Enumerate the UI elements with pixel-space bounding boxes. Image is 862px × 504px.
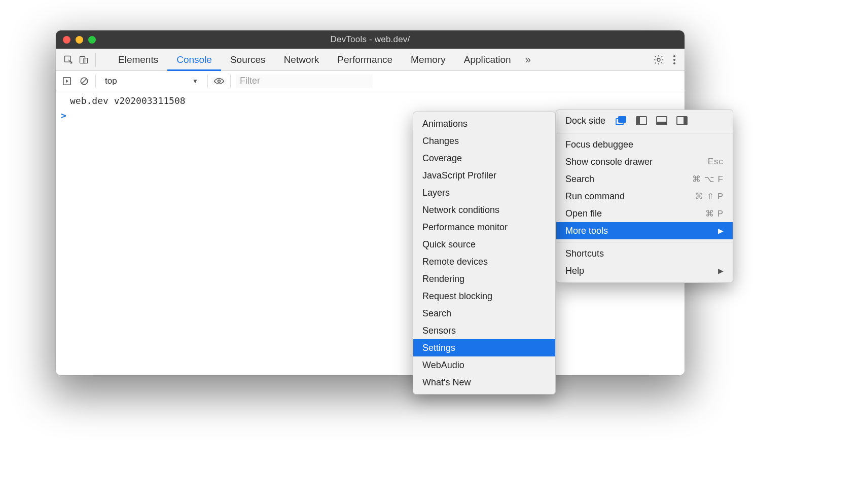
dock-bottom-icon[interactable]	[655, 115, 668, 126]
menu-separator	[556, 133, 733, 133]
dock-side-row: Dock side	[556, 113, 733, 130]
separator	[230, 75, 231, 88]
main-toolbar: Elements Console Sources Network Perform…	[56, 49, 685, 71]
submenu-search[interactable]: Search	[413, 305, 555, 322]
tab-memory[interactable]: Memory	[402, 49, 455, 70]
dock-right-icon[interactable]	[675, 115, 689, 126]
submenu-webaudio[interactable]: WebAudio	[413, 356, 555, 374]
separator	[95, 53, 96, 67]
submenu-arrow-icon: ▶	[718, 227, 724, 235]
submenu-animations[interactable]: Animations	[413, 115, 555, 132]
submenu-remote-devices[interactable]: Remote devices	[413, 253, 555, 270]
settings-gear-icon[interactable]	[651, 52, 666, 67]
console-controlbar: top ▼	[56, 71, 685, 91]
tab-application[interactable]: Application	[455, 49, 520, 70]
dock-undock-icon[interactable]	[615, 115, 628, 126]
submenu-quick-source[interactable]: Quick source	[413, 236, 555, 253]
shortcut-label: ⌘ ⇧ P	[695, 191, 724, 202]
clear-console-icon[interactable]	[78, 75, 90, 87]
inspect-element-icon[interactable]	[61, 52, 76, 67]
menu-more-tools[interactable]: More tools▶	[556, 222, 733, 239]
tab-sources[interactable]: Sources	[221, 49, 275, 70]
submenu-arrow-icon: ▶	[718, 267, 724, 275]
submenu-layers[interactable]: Layers	[413, 184, 555, 201]
more-tools-submenu: Animations Changes Coverage JavaScript P…	[413, 112, 556, 394]
dock-left-icon[interactable]	[635, 115, 648, 126]
customize-menu: Dock side Focus debuggee Show console dr…	[556, 110, 733, 283]
more-tabs-icon[interactable]: »	[520, 54, 536, 65]
execution-icon[interactable]	[61, 75, 73, 87]
menu-shortcuts[interactable]: Shortcuts	[556, 245, 733, 262]
submenu-whats-new[interactable]: What's New	[413, 374, 555, 391]
svg-point-3	[657, 58, 660, 61]
submenu-request-blocking[interactable]: Request blocking	[413, 287, 555, 305]
separator	[95, 75, 96, 88]
shortcut-label: Esc	[708, 157, 724, 167]
svg-rect-1	[80, 56, 85, 63]
svg-rect-8	[619, 117, 626, 122]
submenu-rendering[interactable]: Rendering	[413, 270, 555, 287]
shortcut-label: ⌘ P	[705, 208, 724, 219]
submenu-javascript-profiler[interactable]: JavaScript Profiler	[413, 167, 555, 184]
submenu-settings[interactable]: Settings	[413, 339, 555, 356]
live-expression-icon[interactable]	[213, 75, 225, 87]
panel-tabs: Elements Console Sources Network Perform…	[109, 49, 520, 70]
svg-rect-2	[84, 58, 88, 63]
console-filter-input[interactable]	[236, 75, 373, 88]
titlebar: DevTools - web.dev/	[56, 30, 685, 49]
menu-separator	[556, 242, 733, 242]
devtools-window: DevTools - web.dev/ Elements Console Sou…	[56, 30, 685, 375]
menu-run-command[interactable]: Run command⌘ ⇧ P	[556, 188, 733, 205]
submenu-network-conditions[interactable]: Network conditions	[413, 201, 555, 219]
submenu-changes[interactable]: Changes	[413, 132, 555, 150]
menu-search[interactable]: Search⌘ ⌥ F	[556, 170, 733, 188]
dock-side-label: Dock side	[565, 116, 605, 126]
svg-point-6	[218, 80, 221, 82]
separator	[207, 75, 208, 88]
submenu-coverage[interactable]: Coverage	[413, 150, 555, 167]
menu-open-file[interactable]: Open file⌘ P	[556, 205, 733, 222]
svg-rect-14	[684, 117, 687, 125]
tab-network[interactable]: Network	[275, 49, 329, 70]
dropdown-triangle-icon: ▼	[192, 78, 198, 85]
tab-performance[interactable]: Performance	[328, 49, 402, 70]
menu-help[interactable]: Help▶	[556, 262, 733, 279]
svg-rect-10	[636, 117, 640, 125]
context-selector-label: top	[105, 76, 117, 86]
svg-rect-12	[657, 122, 667, 125]
device-toolbar-icon[interactable]	[76, 52, 91, 67]
tab-console[interactable]: Console	[167, 49, 221, 70]
tab-elements[interactable]: Elements	[109, 49, 167, 70]
submenu-performance-monitor[interactable]: Performance monitor	[413, 219, 555, 236]
window-title: DevTools - web.dev/	[56, 34, 685, 45]
submenu-sensors[interactable]: Sensors	[413, 322, 555, 339]
menu-focus-debuggee[interactable]: Focus debuggee	[556, 136, 733, 153]
console-log-line: web.dev v202003311508	[56, 94, 685, 107]
customize-menu-button[interactable]	[669, 55, 679, 64]
context-selector[interactable]: top ▼	[101, 74, 202, 88]
shortcut-label: ⌘ ⌥ F	[692, 174, 724, 185]
menu-show-console-drawer[interactable]: Show console drawerEsc	[556, 153, 733, 170]
